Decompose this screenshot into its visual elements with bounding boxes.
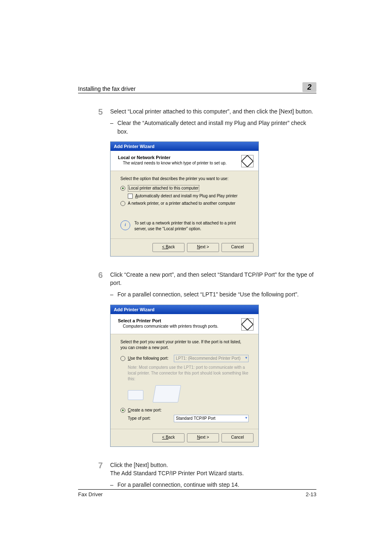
add-printer-wizard-dialog: Add Printer Wizard Local or Network Prin…: [110, 141, 259, 257]
dialog-prompt: Select the port you want your printer to…: [120, 339, 249, 351]
checkbox-auto-detect-label: Automatically detect and install my Plug…: [135, 193, 238, 199]
radio-use-following-port[interactable]: [120, 356, 125, 361]
select-printer-port-dialog: Add Printer Wizard Select a Printer Port…: [110, 305, 259, 447]
next-button[interactable]: Next >: [187, 243, 219, 252]
next-button[interactable]: Next >: [187, 433, 219, 442]
radio-network-printer[interactable]: [120, 201, 125, 206]
radio-local-printer[interactable]: [120, 186, 125, 191]
radio-local-printer-label: Local printer attached to this computer: [128, 185, 199, 192]
section-title: Installing the fax driver: [78, 86, 136, 92]
bullet-dash: –: [110, 119, 113, 136]
footer-right: 2-13: [306, 491, 316, 497]
printer-icon: [241, 318, 254, 331]
radio-network-printer-label: A network printer, or a printer attached…: [128, 201, 235, 206]
bullet-dash: –: [110, 290, 113, 298]
printer-icon: [241, 155, 254, 167]
dialog-title: Add Printer Wizard: [111, 142, 258, 151]
back-button[interactable]: < Back: [152, 433, 184, 442]
step-text: Click the [Next] button.: [110, 461, 316, 469]
port-select[interactable]: LPT1: (Recommended Printer Port): [174, 355, 249, 362]
footer-left: Fax Driver: [78, 491, 103, 497]
dialog-heading: Local or Network Printer: [118, 155, 226, 160]
step-sub: For a parallel connection, select “LPT1”…: [118, 290, 299, 298]
radio-create-new-port[interactable]: [120, 408, 125, 413]
step-sub: For a parallel connection, continue with…: [118, 481, 240, 489]
step-tail: The Add Standard TCP/IP Printer Port Wiz…: [110, 469, 316, 477]
step-number: 6: [78, 271, 103, 299]
type-of-port-label: Type of port:: [128, 416, 171, 421]
connector-illustration: [128, 384, 249, 404]
dialog-heading: Select a Printer Port: [118, 318, 218, 323]
cancel-button[interactable]: Cancel: [221, 433, 254, 442]
checkbox-auto-detect[interactable]: [128, 194, 133, 199]
cancel-button[interactable]: Cancel: [221, 243, 254, 252]
dialog-subheading: The wizard needs to know which type of p…: [123, 161, 226, 165]
info-icon: i: [120, 220, 130, 230]
bullet-dash: –: [110, 481, 113, 489]
radio-use-following-port-label: Use the following port:: [128, 356, 171, 361]
dialog-subheading: Computers communicate with printers thro…: [123, 324, 218, 328]
info-text: To set up a network printer that is not …: [134, 220, 249, 232]
step-text: Click “Create a new port”, and then sele…: [110, 271, 316, 287]
step-sub: Clear the “Automatically detect and inst…: [118, 119, 316, 136]
step-number: 5: [78, 107, 103, 136]
dialog-title: Add Printer Wizard: [111, 305, 258, 314]
step-number: 7: [78, 461, 103, 489]
port-type-select[interactable]: Standard TCP/IP Port: [174, 415, 249, 422]
chapter-badge: 2: [302, 82, 316, 92]
back-button[interactable]: < Back: [152, 243, 184, 252]
radio-create-new-port-label: Create a new port:: [128, 407, 161, 413]
dialog-prompt: Select the option that describes the pri…: [120, 176, 249, 182]
step-text: Select “Local printer attached to this c…: [110, 107, 316, 116]
port-note: Note: Most computers use the LPT1: port …: [128, 365, 249, 382]
